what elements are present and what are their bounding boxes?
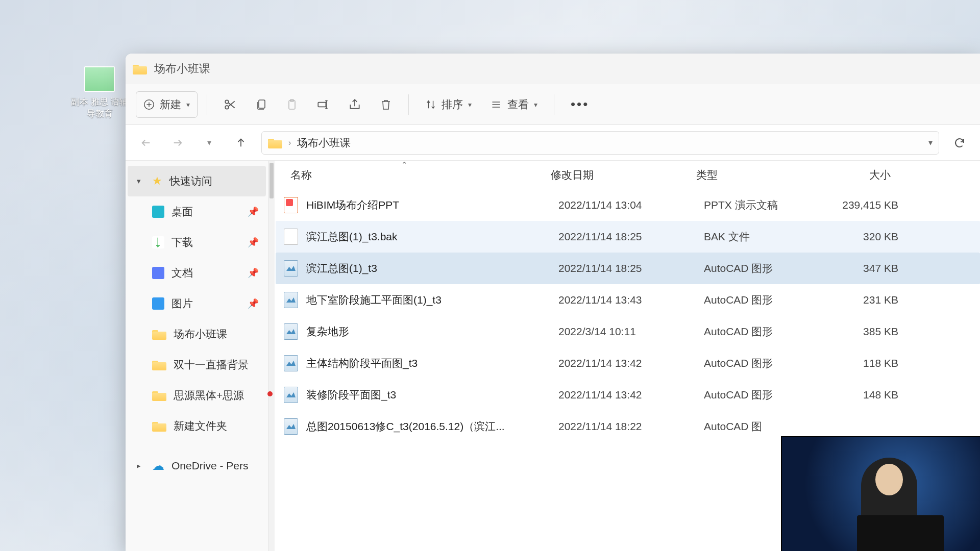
file-type-icon [284,292,298,308]
file-size: 347 KB [824,262,905,274]
sidebar-item-folder[interactable]: 双十一直播背景 [128,349,266,380]
ellipsis-icon: ••• [571,96,589,112]
sidebar-item-pics[interactable]: 图片📌 [128,288,266,319]
nav-recent-button[interactable]: ▾ [198,132,220,154]
sidebar-item-folder[interactable]: 场布小班课 [128,319,266,349]
column-header-name[interactable]: 名称 [290,168,551,182]
arrow-up-icon [235,137,247,148]
copy-button[interactable] [248,91,275,118]
file-name: 滨江总图(1)_t3 [306,261,558,276]
file-row[interactable]: 滨江总图(1)_t32022/11/14 18:25AutoCAD 图形347 … [276,253,980,284]
svg-rect-6 [318,102,326,107]
sidebar-item-label: 双十一直播背景 [174,358,249,372]
sort-button[interactable]: 排序 ▾ [418,91,479,118]
view-button-label: 查看 [507,97,529,112]
rename-icon [316,98,330,111]
file-name: 复杂地形 [306,324,558,339]
file-type: AutoCAD 图形 [704,261,824,276]
sidebar-item-desktop[interactable]: 桌面📌 [128,196,266,227]
file-row[interactable]: 滨江总图(1)_t3.bak2022/11/14 18:25BAK 文件320 … [276,221,980,253]
arrow-right-icon [172,137,183,148]
file-type: AutoCAD 图形 [704,324,824,339]
file-name: 滨江总图(1)_t3.bak [306,230,558,244]
file-row[interactable]: 主体结构阶段平面图_t32022/11/14 13:42AutoCAD 图形11… [276,347,980,379]
chevron-down-icon: ▾ [137,177,145,186]
star-icon: ★ [152,174,162,188]
view-button[interactable]: 查看 ▾ [483,91,545,118]
toolbar-separator [554,94,554,115]
sidebar-scrollbar[interactable] [268,161,275,551]
breadcrumb-folder[interactable]: 场布小班课 [297,136,351,150]
folder-icon [152,359,166,370]
file-date: 2022/11/14 18:25 [558,262,704,274]
clipboard-icon [286,98,298,111]
sidebar-item-download[interactable]: ⭣下载📌 [128,227,266,258]
chevron-down-icon[interactable]: ▾ [928,138,933,147]
sidebar-item-label: 桌面 [172,205,193,219]
address-bar[interactable]: › 场布小班课 ▾ [261,131,939,155]
file-type: PPTX 演示文稿 [704,198,824,212]
column-header-size[interactable]: 大小 [816,168,898,182]
nav-forward-button[interactable] [166,132,189,154]
file-row[interactable]: HiBIM场布介绍PPT2022/11/14 13:04PPTX 演示文稿239… [276,189,980,221]
file-row[interactable]: 装修阶段平面图_t32022/11/14 13:42AutoCAD 图形148 … [276,379,980,411]
docs-icon [152,267,164,279]
file-name: HiBIM场布介绍PPT [306,198,558,212]
cut-button[interactable] [216,91,244,118]
file-date: 2022/11/14 13:43 [558,294,704,306]
nav-up-button[interactable] [230,132,252,154]
file-type: AutoCAD 图形 [704,293,824,307]
pin-icon: 📌 [248,206,259,217]
folder-icon [133,63,147,74]
paste-button[interactable] [279,91,305,118]
column-headers[interactable]: ⌃ 名称 修改日期 类型 大小 [276,161,980,189]
laptop-silhouette [857,515,944,551]
sidebar-item-folder[interactable]: 思源黑体+思源 [128,380,266,411]
pin-icon: 📌 [248,298,259,309]
more-button[interactable]: ••• [564,91,596,118]
sidebar-item-label: 场布小班课 [174,327,227,341]
sidebar-item-label: 思源黑体+思源 [174,388,244,403]
desktop-shortcut[interactable]: 副本 雅思 语辅导教育 [69,66,130,119]
breadcrumb-separator-icon: › [288,138,291,147]
webcam-overlay [781,436,980,551]
column-header-type[interactable]: 类型 [696,168,816,182]
sidebar-onedrive[interactable]: ▸ ☁ OneDrive - Pers [128,450,266,481]
scrollbar-thumb[interactable] [270,163,274,198]
folder-icon [152,390,166,401]
chevron-down-icon: ▾ [186,101,190,109]
desktop-icon [152,206,164,218]
rename-button[interactable] [309,91,337,118]
file-type-icon [284,197,298,213]
new-button[interactable]: 新建 ▾ [136,91,198,118]
file-name: 装修阶段平面图_t3 [306,388,558,402]
sidebar-label: 快速访问 [169,174,212,188]
share-button[interactable] [341,91,369,118]
chevron-down-icon: ▾ [534,101,537,109]
sidebar-item-label: 新建文件夹 [174,419,227,433]
file-date: 2022/11/14 13:04 [558,199,704,211]
sort-icon [425,98,436,111]
window-titlebar[interactable]: 场布小班课 [126,54,980,84]
column-header-date[interactable]: 修改日期 [551,168,696,182]
file-type-icon [284,387,298,403]
sidebar-quick-access[interactable]: ▾ ★ 快速访问 [128,166,266,196]
sidebar-item-folder[interactable]: 新建文件夹 [128,411,266,441]
cloud-icon: ☁ [152,459,164,473]
copy-icon [255,98,267,111]
sidebar-item-docs[interactable]: 文档📌 [128,258,266,288]
file-row[interactable]: 复杂地形2022/3/14 10:11AutoCAD 图形385 KB [276,316,980,347]
file-row[interactable]: 地下室阶段施工平面图(1)_t32022/11/14 13:43AutoCAD … [276,284,980,316]
refresh-button[interactable] [948,132,971,154]
arrow-left-icon [140,137,152,148]
sort-button-label: 排序 [442,97,463,112]
window-title: 场布小班课 [154,61,210,77]
nav-back-button[interactable] [135,132,157,154]
chevron-down-icon: ▾ [207,138,211,147]
svg-rect-3 [259,100,265,108]
folder-icon [152,329,166,340]
delete-button[interactable] [373,91,399,118]
file-size: 239,415 KB [824,199,905,211]
plus-circle-icon [143,99,155,110]
chevron-down-icon: ▾ [468,101,472,109]
